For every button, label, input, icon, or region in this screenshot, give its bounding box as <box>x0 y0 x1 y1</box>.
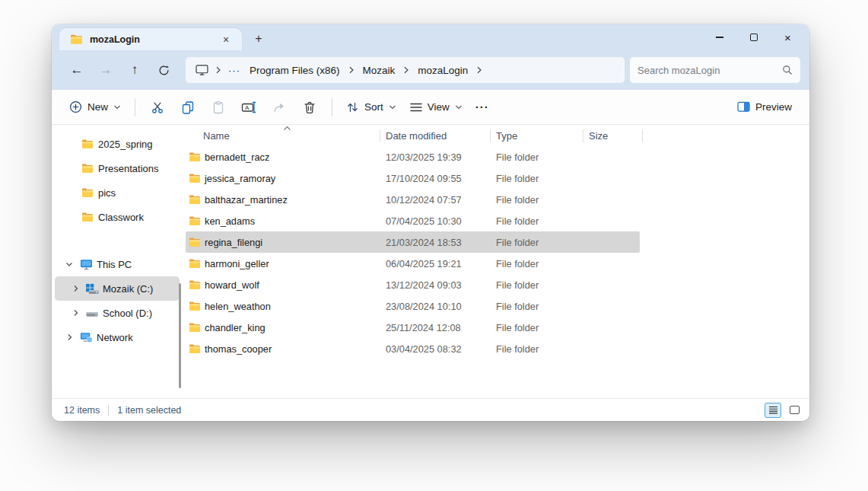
search-icon[interactable] <box>782 65 793 75</box>
file-type: File folder <box>491 194 583 206</box>
chevron-right-icon <box>400 66 412 74</box>
tab-close-icon[interactable]: × <box>218 31 234 48</box>
file-name: jessica_ramoray <box>205 173 275 184</box>
up-button[interactable]: ↑ <box>120 57 149 83</box>
folder-icon <box>189 322 201 333</box>
this-pc-crumb-icon[interactable] <box>192 62 212 78</box>
sidebar-item-label: pics <box>98 187 116 199</box>
sidebar-item-label: This PC <box>97 259 132 270</box>
sidebar-item-presentations[interactable]: Presentations <box>55 156 180 180</box>
sort-button[interactable]: Sort <box>339 96 403 119</box>
paste-button[interactable] <box>203 94 234 121</box>
breadcrumb-item-program-files[interactable]: Program Files (x86) <box>244 62 345 79</box>
folder-icon <box>79 187 96 198</box>
trash-icon <box>303 100 316 114</box>
cut-button[interactable] <box>142 94 173 121</box>
table-row[interactable]: chandler_king 25/11/2024 12:08 File fold… <box>183 317 809 338</box>
sidebar-scrollbar[interactable] <box>179 283 181 388</box>
sidebar-item-2025-spring[interactable]: 2025_spring <box>55 132 180 156</box>
sidebar-item-classwork[interactable]: Classwork <box>55 205 180 229</box>
column-header-name[interactable]: Name <box>183 125 380 146</box>
minimize-icon <box>716 37 723 37</box>
table-row[interactable]: harmoni_geller 06/04/2025 19:21 File fol… <box>183 253 809 274</box>
file-type: File folder <box>491 258 583 269</box>
explorer-tab[interactable]: mozaLogin × <box>59 28 242 50</box>
chevron-right-icon <box>212 66 224 74</box>
sidebar-item-mozaik-c[interactable]: Mozaik (C:) <box>55 276 180 301</box>
preview-pane-icon <box>737 101 750 113</box>
close-icon: × <box>784 32 791 43</box>
file-name: thomas_cooper <box>205 343 272 355</box>
back-button[interactable]: ← <box>62 57 91 83</box>
maximize-button[interactable] <box>736 26 771 49</box>
sidebar-item-label: School (D:) <box>103 308 152 319</box>
table-row[interactable]: jessica_ramoray 17/10/2024 09:55 File fo… <box>183 167 809 189</box>
column-header-date-modified[interactable]: Date modified <box>380 125 491 146</box>
view-button-label: View <box>428 101 450 113</box>
file-name: balthazar_martinez <box>205 194 288 206</box>
folder-icon <box>79 212 96 222</box>
share-button[interactable] <box>264 94 294 121</box>
forward-button[interactable]: → <box>91 57 120 83</box>
folder-icon <box>189 279 201 290</box>
breadcrumb-item-mozalogin[interactable]: mozaLogin <box>412 62 473 79</box>
date-modified: 25/11/2024 12:08 <box>380 322 491 333</box>
file-type: File folder <box>491 343 583 355</box>
preview-button[interactable]: Preview <box>730 96 799 118</box>
view-button[interactable]: View <box>403 96 469 118</box>
os-drive-icon <box>84 283 100 295</box>
copy-button[interactable] <box>173 94 203 121</box>
search-box[interactable] <box>630 57 800 83</box>
selection-count: 1 item selected <box>117 405 181 416</box>
chevron-right-icon[interactable] <box>61 333 78 341</box>
sidebar-item-school-d[interactable]: School (D:) <box>55 301 180 325</box>
minimize-button[interactable] <box>702 26 736 49</box>
drive-icon <box>84 308 100 319</box>
table-row-selected[interactable]: regina_filengi 21/03/2024 18:53 File fol… <box>183 231 809 253</box>
table-row[interactable]: balthazar_martinez 10/12/2024 07:57 File… <box>183 189 809 210</box>
breadcrumb-overflow-button[interactable]: ··· <box>224 65 244 76</box>
copy-icon <box>181 100 195 114</box>
table-row[interactable]: helen_weathon 23/08/2024 10:10 File fold… <box>183 295 809 317</box>
folder-icon <box>189 173 201 183</box>
folder-icon <box>70 33 83 45</box>
details-view-button[interactable] <box>765 403 781 418</box>
close-button[interactable]: × <box>771 26 805 49</box>
folder-icon <box>189 215 201 226</box>
sidebar-item-network[interactable]: Network <box>55 325 180 349</box>
sort-icon <box>346 101 359 113</box>
column-header-type[interactable]: Type <box>491 125 583 146</box>
cut-icon <box>151 100 164 114</box>
sort-button-label: Sort <box>364 101 383 113</box>
column-headers: Name Date modified Type Size <box>183 125 809 146</box>
rename-button[interactable]: A <box>234 94 264 121</box>
breadcrumb-item-mozaik[interactable]: Mozaik <box>358 62 401 79</box>
date-modified: 07/04/2025 10:30 <box>380 215 491 227</box>
new-button[interactable]: New <box>62 95 128 119</box>
status-divider <box>108 405 109 416</box>
chevron-right-icon[interactable] <box>67 285 84 292</box>
large-icons-view-button[interactable] <box>787 403 802 417</box>
file-type: File folder <box>491 279 583 291</box>
table-row[interactable]: howard_wolf 13/12/2024 09:03 File folder <box>183 274 809 295</box>
table-row[interactable]: thomas_cooper 03/04/2025 08:32 File fold… <box>183 338 809 359</box>
new-button-label: New <box>87 101 108 113</box>
file-name: regina_filengi <box>205 237 262 248</box>
chevron-down-icon <box>389 104 396 110</box>
table-row[interactable]: bernadett_racz 12/03/2025 19:39 File fol… <box>183 146 809 167</box>
search-input[interactable] <box>637 65 782 76</box>
new-tab-button[interactable]: + <box>248 29 269 49</box>
sidebar-item-this-pc[interactable]: This PC <box>55 252 180 276</box>
chevron-down-icon[interactable] <box>61 260 78 268</box>
table-row[interactable]: ken_adams 07/04/2025 10:30 File folder <box>183 210 809 231</box>
folder-icon <box>189 343 201 354</box>
chevron-down-icon <box>455 104 463 110</box>
refresh-button[interactable] <box>149 57 178 83</box>
sidebar-item-label: Presentations <box>98 163 159 174</box>
column-header-size[interactable]: Size <box>583 125 643 146</box>
chevron-right-icon[interactable] <box>67 309 84 317</box>
file-type: File folder <box>491 215 583 227</box>
sidebar-item-pics[interactable]: pics <box>55 180 180 205</box>
more-options-button[interactable]: ··· <box>469 94 495 121</box>
delete-button[interactable] <box>294 94 325 121</box>
